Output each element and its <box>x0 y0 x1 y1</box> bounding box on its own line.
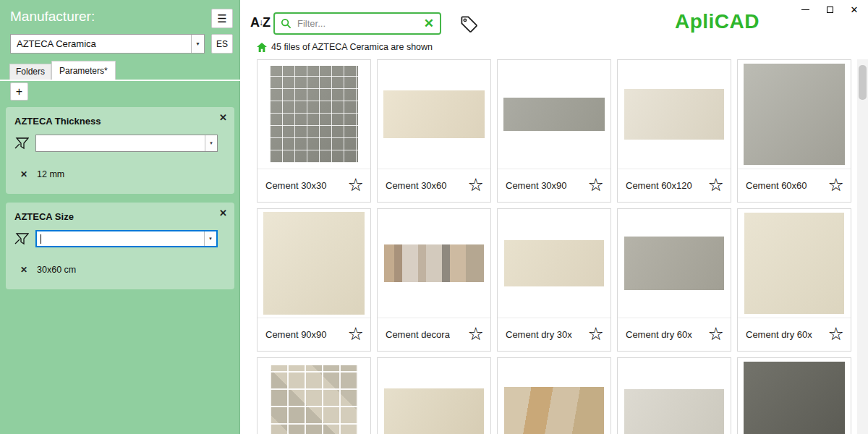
favorite-star-icon[interactable]: ☆ <box>708 176 724 194</box>
tile-label: Cement 30x90 <box>506 180 567 191</box>
tile-label: Cement dry 60x <box>746 329 812 340</box>
tile-card[interactable]: ☆ <box>257 357 371 434</box>
favorite-star-icon[interactable]: ☆ <box>348 176 364 194</box>
close-button[interactable]: ✕ <box>842 0 867 19</box>
close-panel-button[interactable]: ✕ <box>219 112 227 123</box>
panel-title: AZTECA Size <box>14 211 74 222</box>
sort-az-icon[interactable]: A↓Z <box>250 15 270 30</box>
tile-grid: Cement 30x30☆ Cement 30x60☆ Cement 30x90… <box>257 59 851 434</box>
main-content: ✕ A↓Z ✕ ApliCAD 45 files of AZTECA Ceram… <box>240 0 868 434</box>
tile-card[interactable]: Cement dry 60x☆ <box>737 208 851 352</box>
search-icon <box>281 18 292 29</box>
tab-parameters[interactable]: Parameters* <box>51 61 116 80</box>
close-icon: ✕ <box>219 208 227 218</box>
tile-card[interactable]: Cement 90x90☆ <box>257 208 371 352</box>
tile-thumbnail <box>258 60 370 169</box>
tile-card[interactable]: Cement dry 60x☆ <box>617 208 731 352</box>
vertical-scrollbar[interactable] <box>857 59 868 434</box>
size-filter-row: ▼ <box>14 230 218 247</box>
sidebar-tabstrip: Folders Parameters* <box>0 61 240 81</box>
thickness-filter-value[interactable] <box>36 135 205 151</box>
favorite-star-icon[interactable]: ☆ <box>828 176 844 194</box>
tile-card[interactable]: ☆ <box>497 357 611 434</box>
close-panel-button[interactable]: ✕ <box>219 208 227 218</box>
filter-clear-icon[interactable] <box>14 233 29 245</box>
panel-title: AZTECA Thickness <box>14 116 101 127</box>
filter-search-box: ✕ <box>273 12 441 35</box>
tile-thumbnail <box>738 209 851 318</box>
tile-card[interactable]: Cement 30x30☆ <box>257 59 371 203</box>
tile-card[interactable]: Cement decora☆ <box>377 208 491 352</box>
favorite-star-icon[interactable]: ☆ <box>588 176 604 194</box>
tile-label: Cement 60x120 <box>626 180 692 191</box>
favorite-star-icon[interactable]: ☆ <box>588 325 604 343</box>
close-icon: ✕ <box>851 4 859 15</box>
size-filter-value[interactable] <box>37 231 204 246</box>
minimize-button[interactable] <box>793 0 817 19</box>
tile-thumbnail <box>258 358 370 434</box>
favorite-star-icon[interactable]: ☆ <box>468 325 484 343</box>
maximize-button[interactable] <box>817 0 842 19</box>
close-icon: ✕ <box>219 112 227 123</box>
tile-card[interactable]: ☆ <box>737 357 851 434</box>
scrollbar-thumb[interactable] <box>859 65 867 100</box>
favorite-star-icon[interactable]: ☆ <box>348 325 364 343</box>
chevron-down-icon: ▼ <box>208 237 213 241</box>
tile-label: Cement 30x60 <box>386 180 447 191</box>
tile-thumbnail <box>378 60 490 169</box>
tile-label: Cement 90x90 <box>265 329 327 340</box>
tile-card[interactable]: Cement 30x60☆ <box>377 59 491 203</box>
tile-label: Cement 30x30 <box>265 180 327 191</box>
tile-thumbnail <box>498 358 610 434</box>
chevron-down-icon: ▼ <box>195 41 200 46</box>
tile-card[interactable]: Cement 60x120☆ <box>617 59 731 203</box>
remove-filter-icon[interactable]: ✕ <box>20 265 27 275</box>
favorite-star-icon[interactable]: ☆ <box>708 325 724 343</box>
text-cursor <box>41 234 41 244</box>
tag-button[interactable] <box>459 14 479 37</box>
tile-card[interactable]: ☆ <box>377 357 491 434</box>
tile-thumbnail <box>378 209 490 318</box>
manufacturer-dropdown-button[interactable]: ▼ <box>191 35 204 53</box>
filter-input[interactable] <box>296 17 420 30</box>
size-filter-combobox[interactable]: ▼ <box>35 230 218 247</box>
add-parameter-button[interactable]: + <box>10 82 28 101</box>
manufacturer-combobox[interactable]: ▼ <box>10 34 205 54</box>
thickness-filter-combobox[interactable]: ▼ <box>35 135 218 152</box>
favorite-star-icon[interactable]: ☆ <box>828 325 844 343</box>
tile-card[interactable]: ☆ <box>617 357 731 434</box>
manufacturer-select[interactable] <box>11 35 191 53</box>
chevron-down-icon: ▼ <box>209 141 213 145</box>
tile-card[interactable]: Cement 60x60☆ <box>737 59 851 203</box>
tile-thumbnail <box>738 358 851 434</box>
tile-thumbnail <box>618 358 731 434</box>
tile-card[interactable]: Cement 30x90☆ <box>497 59 611 203</box>
tag-icon <box>459 14 479 34</box>
status-text: 45 files of AZTECA Ceramica are shown <box>271 42 433 52</box>
home-icon <box>257 43 267 52</box>
menu-button[interactable]: ☰ <box>211 9 233 28</box>
applied-filter-size: ✕ 30x60 cm <box>20 265 76 275</box>
tab-folders[interactable]: Folders <box>9 64 51 80</box>
tile-thumbnail <box>618 60 731 169</box>
tile-thumbnail <box>738 60 851 169</box>
remove-filter-icon[interactable]: ✕ <box>20 169 27 179</box>
tile-card[interactable]: Cement dry 30x☆ <box>497 208 611 352</box>
clear-filter-icon[interactable]: ✕ <box>424 17 434 30</box>
tile-thumbnail <box>258 209 370 318</box>
tile-thumbnail <box>498 60 610 169</box>
sidebar: Manufacturer: ☰ ▼ ES Folders Parameters*… <box>0 0 240 434</box>
filter-clear-icon[interactable] <box>14 137 29 150</box>
window-controls: ✕ <box>793 0 867 19</box>
tile-thumbnail <box>378 358 490 434</box>
sidebar-title: Manufacturer: <box>10 9 95 25</box>
thickness-filter-row: ▼ <box>14 135 218 152</box>
status-row: 45 files of AZTECA Ceramica are shown <box>257 42 433 52</box>
thickness-dropdown-button[interactable]: ▼ <box>205 135 217 151</box>
favorite-star-icon[interactable]: ☆ <box>468 176 484 194</box>
tile-thumbnail <box>498 209 610 318</box>
tile-thumbnail <box>618 209 731 318</box>
language-button[interactable]: ES <box>211 34 233 54</box>
size-dropdown-button[interactable]: ▼ <box>204 231 216 246</box>
app-logo: ApliCAD <box>675 10 760 33</box>
